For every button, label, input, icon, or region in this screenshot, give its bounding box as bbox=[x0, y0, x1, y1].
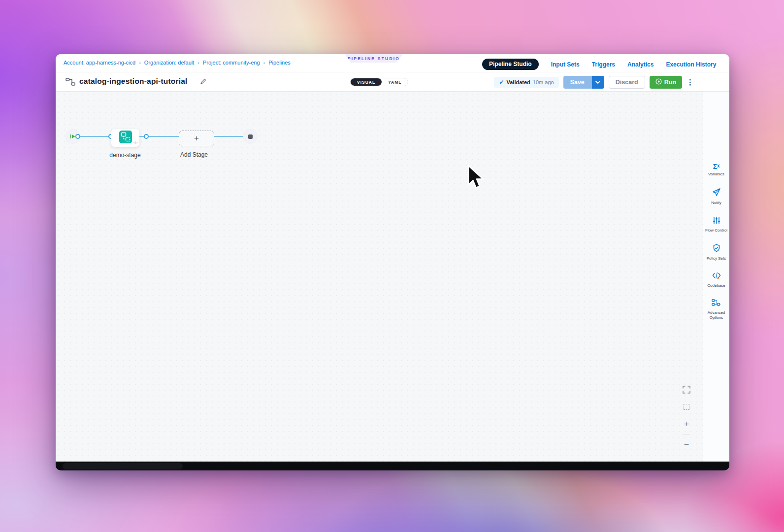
pipeline-canvas[interactable]: </> + demo-stage Add Stage + bbox=[56, 92, 703, 462]
pipeline-studio-window: Account: app-harness-ng-cicd › Organizat… bbox=[56, 54, 729, 470]
chevron-down-icon bbox=[595, 78, 600, 86]
bottom-bar-pill bbox=[63, 463, 183, 469]
run-play-icon bbox=[655, 78, 662, 86]
send-icon bbox=[712, 188, 721, 199]
edit-title-icon[interactable] bbox=[200, 78, 207, 86]
sidebar-item-label: Flow Control bbox=[705, 228, 728, 233]
sidebar-item-codebase[interactable]: Codebase bbox=[703, 272, 730, 288]
fullscreen-icon[interactable] bbox=[682, 385, 691, 394]
title-row: catalog-ingestion-api-tutorial VISUAL YA… bbox=[56, 72, 729, 92]
breadcrumb: Account: app-harness-ng-cicd › Organizat… bbox=[64, 60, 291, 66]
desktop-wallpaper: Account: app-harness-ng-cicd › Organizat… bbox=[0, 0, 784, 532]
sigma-icon: Σˣ bbox=[713, 163, 720, 170]
breadcrumb-pipelines[interactable]: Pipelines bbox=[268, 60, 291, 66]
more-options-icon[interactable]: ⋮ bbox=[686, 78, 694, 86]
mouse-cursor bbox=[467, 165, 485, 193]
stop-icon bbox=[248, 134, 253, 139]
validation-time: 10m ago bbox=[533, 79, 554, 85]
shield-check-icon bbox=[713, 244, 720, 254]
breadcrumb-separator: › bbox=[139, 60, 141, 66]
bottom-bar bbox=[56, 462, 729, 470]
code-icon bbox=[712, 272, 721, 281]
toggle-visual[interactable]: VISUAL bbox=[351, 78, 382, 86]
check-icon: ✓ bbox=[499, 79, 504, 86]
breadcrumb-separator: › bbox=[197, 60, 199, 66]
pipeline-gear-icon bbox=[712, 299, 721, 308]
stage-label: demo-stage bbox=[109, 152, 140, 159]
breadcrumb-row: Account: app-harness-ng-cicd › Organizat… bbox=[56, 54, 729, 72]
toggle-yaml[interactable]: YAML bbox=[382, 78, 408, 86]
divider bbox=[683, 434, 690, 434]
connector-point bbox=[75, 134, 80, 139]
breadcrumb-account[interactable]: Account: app-harness-ng-cicd bbox=[64, 60, 135, 66]
stage-type-glyph: </> bbox=[133, 141, 137, 144]
save-button[interactable]: Save bbox=[563, 76, 591, 89]
pipeline-icon bbox=[65, 78, 75, 88]
save-split-button: Save bbox=[563, 76, 604, 89]
sidebar-item-label: Codebase bbox=[705, 283, 728, 288]
tab-analytics[interactable]: Analytics bbox=[627, 61, 653, 68]
zoom-in-button[interactable]: + bbox=[682, 420, 691, 429]
end-node bbox=[243, 130, 257, 143]
plus-icon: + bbox=[194, 133, 199, 143]
header-actions: ✓ Validated 10m ago Save Discard bbox=[494, 75, 694, 89]
breadcrumb-organization[interactable]: Organization: default bbox=[144, 60, 195, 66]
connector-point bbox=[144, 134, 149, 139]
sidebar-item-flow-control[interactable]: Flow Control bbox=[703, 216, 730, 233]
right-sidebar: Σˣ Variables Notify bbox=[703, 92, 729, 462]
add-stage-button[interactable]: + bbox=[179, 131, 214, 146]
sidebar-item-label: Variables bbox=[705, 172, 728, 177]
sidebar-item-label: Policy Sets bbox=[705, 256, 728, 261]
validation-label: Validated bbox=[507, 79, 530, 85]
sidebar-item-advanced-options[interactable]: Advanced Options bbox=[703, 299, 730, 320]
pipeline-studio-badge: PIPELINE STUDIO bbox=[345, 54, 403, 63]
breadcrumb-separator: › bbox=[263, 60, 265, 66]
fit-view-icon[interactable] bbox=[682, 402, 691, 411]
sidebar-item-notify[interactable]: Notify bbox=[703, 188, 730, 205]
sliders-icon bbox=[713, 216, 720, 226]
tab-pipeline-studio[interactable]: Pipeline Studio bbox=[482, 59, 539, 70]
tab-input-sets[interactable]: Input Sets bbox=[551, 61, 580, 68]
run-label: Run bbox=[664, 79, 676, 86]
tab-execution-history[interactable]: Execution History bbox=[666, 61, 716, 68]
sidebar-item-variables[interactable]: Σˣ Variables bbox=[703, 163, 730, 177]
top-nav: Pipeline Studio Input Sets Triggers Anal… bbox=[482, 59, 716, 70]
breadcrumb-project[interactable]: Project: community-eng bbox=[203, 60, 260, 66]
validation-status: ✓ Validated 10m ago bbox=[494, 77, 558, 88]
run-button[interactable]: Run bbox=[650, 76, 682, 89]
add-stage-label: Add Stage bbox=[180, 151, 208, 158]
discard-button[interactable]: Discard bbox=[609, 76, 645, 89]
sidebar-item-label: Advanced Options bbox=[705, 310, 728, 320]
sidebar-item-label: Notify bbox=[705, 200, 728, 205]
sidebar-item-policy-sets[interactable]: Policy Sets bbox=[703, 244, 730, 261]
tab-triggers[interactable]: Triggers bbox=[592, 61, 615, 68]
custom-stage-icon bbox=[119, 131, 132, 145]
save-dropdown-button[interactable] bbox=[591, 76, 604, 89]
page-title: catalog-ingestion-api-tutorial bbox=[79, 77, 188, 86]
canvas-controls: + − bbox=[682, 385, 691, 449]
view-toggle: VISUAL YAML bbox=[350, 78, 408, 86]
header: Account: app-harness-ng-cicd › Organizat… bbox=[56, 54, 729, 92]
zoom-out-button[interactable]: − bbox=[682, 440, 691, 449]
